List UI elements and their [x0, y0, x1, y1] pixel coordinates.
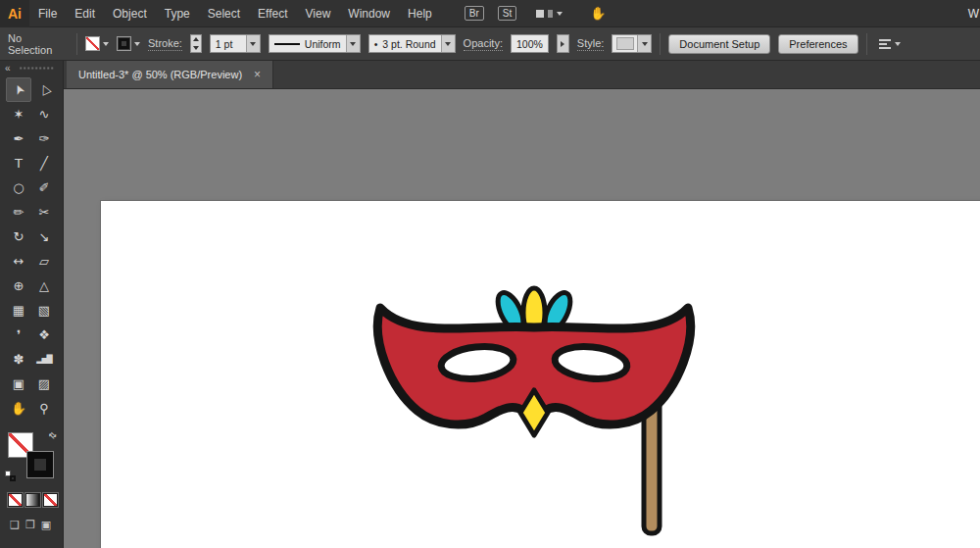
lasso-tool[interactable]: ∿ — [31, 102, 57, 126]
shape-builder-tool[interactable]: ⊕ — [6, 274, 31, 298]
stepper-down-icon[interactable] — [191, 44, 201, 53]
stroke-swatch-button[interactable] — [27, 452, 53, 477]
style-dropdown-icon[interactable] — [637, 35, 651, 52]
width-tool[interactable]: ↔ — [6, 249, 31, 274]
menu-list: FileEditObjectTypeSelectEffectViewWindow… — [29, 7, 441, 21]
gradient-button[interactable] — [25, 493, 40, 507]
scissors-tool-icon: ✂ — [39, 206, 50, 219]
illustrator-window: Ai FileEditObjectTypeSelectEffectViewWin… — [0, 0, 980, 548]
draw-behind-mode[interactable]: ❒ — [25, 519, 35, 531]
paintbrush-tool[interactable]: ✐ — [31, 175, 57, 200]
stock-badge[interactable]: St — [498, 6, 516, 21]
selection-tool-icon: ➤ — [11, 82, 26, 97]
opacity-field[interactable]: 100% — [511, 34, 549, 53]
column-graph-tool[interactable]: ▂▅█ — [31, 347, 57, 372]
document-tab-title: Untitled-3* @ 50% (RGB/Preview) — [78, 69, 242, 80]
width-profile-dropdown-icon[interactable] — [346, 35, 360, 52]
workspace-switcher-icon[interactable] — [536, 10, 563, 18]
close-icon[interactable]: × — [254, 69, 261, 80]
style-field[interactable] — [612, 34, 652, 53]
free-transform-tool[interactable]: ▱ — [31, 249, 57, 274]
stroke-panel-link[interactable]: Stroke: — [148, 37, 182, 51]
symbol-sprayer-tool[interactable]: ✽ — [6, 347, 31, 372]
mesh-tool-icon: ▦ — [13, 304, 24, 317]
menu-file[interactable]: File — [29, 7, 66, 21]
line-segment-tool[interactable]: ╱ — [31, 151, 57, 175]
direct-selection-tool[interactable]: ▷ — [31, 77, 57, 102]
pencil-tool-icon: ✏ — [14, 206, 24, 219]
chevron-down-icon — [103, 42, 109, 46]
curvature-tool[interactable]: ✑ — [31, 126, 57, 151]
curvature-tool-icon: ✑ — [39, 132, 50, 145]
menu-effect[interactable]: Effect — [249, 7, 296, 21]
badge-group: BrSt — [465, 6, 516, 21]
brush-dropdown-icon[interactable] — [441, 35, 455, 52]
rotate-tool[interactable]: ↻ — [6, 224, 31, 249]
none-button[interactable] — [43, 493, 58, 507]
artboard-tool[interactable]: ▣ — [6, 372, 31, 396]
pen-tool[interactable]: ✒ — [6, 126, 31, 151]
lasso-tool-icon: ∿ — [39, 108, 50, 121]
gradient-tool[interactable]: ▧ — [31, 298, 57, 323]
scissors-tool[interactable]: ✂ — [31, 200, 57, 224]
default-fill-stroke-icon[interactable] — [5, 471, 16, 481]
perspective-grid-tool[interactable]: △ — [31, 274, 57, 298]
color-mode-row — [8, 493, 63, 507]
menu-object[interactable]: Object — [104, 7, 156, 21]
symbol-sprayer-tool-icon: ✽ — [14, 353, 24, 366]
stroke-weight-dropdown-icon[interactable] — [246, 35, 260, 52]
hand-tool[interactable]: ✋ — [6, 396, 31, 421]
blend-tool[interactable]: ❖ — [31, 323, 57, 347]
ellipse-tool[interactable]: ○ — [6, 175, 31, 200]
stroke-weight-field[interactable]: 1 pt — [210, 34, 261, 53]
stroke-color-dropdown[interactable] — [117, 36, 140, 51]
width-profile-field[interactable]: Uniform — [269, 34, 361, 53]
draw-normal-mode[interactable]: ❑ — [10, 519, 20, 531]
menu-window[interactable]: Window — [339, 7, 399, 21]
scale-tool[interactable]: ↘ — [31, 224, 57, 249]
swap-fill-stroke-icon[interactable]: ⇄ — [47, 429, 59, 441]
selection-tool[interactable]: ➤ — [6, 77, 31, 102]
canvas — [64, 89, 980, 548]
opacity-dropdown-icon[interactable] — [557, 34, 569, 53]
menu-view[interactable]: View — [297, 7, 340, 21]
pencil-tool[interactable]: ✏ — [6, 200, 31, 224]
type-tool[interactable]: T — [6, 151, 31, 175]
opacity-value: 100% — [512, 38, 548, 50]
menu-edit[interactable]: Edit — [66, 7, 104, 21]
zoom-tool[interactable]: ⚲ — [31, 396, 57, 421]
hand-tool-icon: ✋ — [11, 402, 26, 415]
stroke-weight-stepper[interactable] — [190, 34, 202, 53]
align-icon — [879, 39, 891, 49]
magic-wand-tool[interactable]: ✶ — [6, 102, 31, 126]
preferences-button[interactable]: Preferences — [778, 34, 858, 54]
align-options-dropdown[interactable] — [879, 39, 901, 49]
menu-type[interactable]: Type — [156, 7, 199, 21]
scale-tool-icon: ↘ — [39, 230, 50, 243]
touch-workspace-icon[interactable]: ✋ — [590, 6, 606, 21]
line-segment-tool-icon: ╱ — [40, 157, 48, 170]
eyedropper-tool[interactable]: ❜ — [6, 323, 31, 347]
separator — [76, 33, 77, 55]
tab-bar: Untitled-3* @ 50% (RGB/Preview) × — [64, 61, 980, 89]
document-setup-button[interactable]: Document Setup — [668, 34, 770, 54]
fill-color-dropdown[interactable] — [85, 36, 109, 51]
slice-tool[interactable]: ▨ — [31, 372, 57, 396]
brush-definition-field[interactable]: • 3 pt. Round — [368, 34, 456, 53]
style-panel-link[interactable]: Style: — [577, 37, 605, 51]
mesh-tool[interactable]: ▦ — [6, 298, 31, 323]
menu-help[interactable]: Help — [399, 7, 441, 21]
workspace: « ➤▷✶∿✒✑T╱○✐✏✂↻↘↔▱⊕△▦▧❜❖✽▂▅█▣▨✋⚲ ⇄ ❑❒▣ — [0, 61, 980, 548]
color-button[interactable] — [8, 493, 23, 507]
separator — [660, 33, 661, 55]
draw-inside-mode[interactable]: ▣ — [41, 519, 51, 531]
panel-grip[interactable] — [19, 66, 54, 71]
collapse-panel-icon[interactable]: « — [5, 63, 11, 74]
menu-select[interactable]: Select — [199, 7, 249, 21]
stepper-up-icon[interactable] — [191, 35, 201, 44]
menu-bar: Ai FileEditObjectTypeSelectEffectViewWin… — [0, 0, 980, 27]
bridge-badge[interactable]: Br — [465, 6, 484, 21]
mask-artwork[interactable] — [372, 282, 701, 548]
opacity-panel-link[interactable]: Opacity: — [464, 37, 503, 51]
document-tab[interactable]: Untitled-3* @ 50% (RGB/Preview) × — [67, 61, 273, 88]
